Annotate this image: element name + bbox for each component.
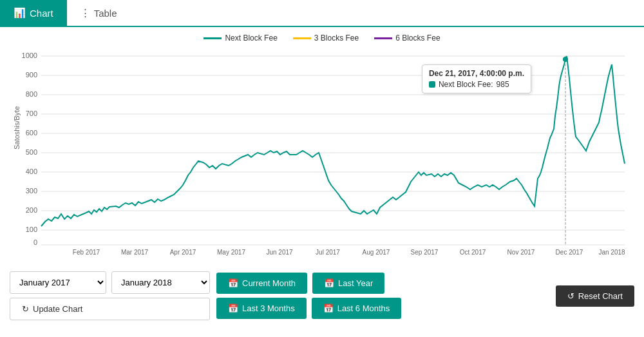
reset-icon: ↺	[567, 291, 574, 301]
quick-btns-row-2: 📅 Last 3 Months 📅 Last 6 Months	[216, 298, 401, 319]
last-3-months-label: Last 3 Months	[242, 303, 295, 313]
start-date-select[interactable]: January 2017 February 2017 March 2017 Ap…	[10, 271, 106, 294]
svg-text:Jul 2017: Jul 2017	[316, 249, 340, 256]
svg-text:200: 200	[26, 206, 37, 214]
chart-legend: Next Block Fee 3 Blocks Fee 6 Blocks Fee	[13, 34, 631, 43]
reset-controls: ↺ Reset Chart	[556, 285, 634, 307]
last-6-months-label: Last 6 Months	[337, 303, 390, 313]
svg-text:100: 100	[26, 226, 37, 233]
tab-chart-label: Chart	[30, 8, 53, 19]
legend-next-block-color	[204, 37, 222, 39]
svg-text:400: 400	[26, 168, 37, 175]
current-month-label: Current Month	[242, 278, 296, 288]
legend-6-blocks-color	[374, 37, 392, 39]
last-3-months-button[interactable]: 📅 Last 3 Months	[216, 298, 307, 319]
last-year-button[interactable]: 📅 Last Year	[312, 273, 384, 294]
svg-text:0: 0	[33, 238, 37, 246]
svg-text:May 2017: May 2017	[217, 249, 245, 256]
svg-text:300: 300	[26, 187, 37, 195]
refresh-icon: ↻	[22, 304, 29, 314]
calendar-icon-1: 📅	[228, 278, 238, 288]
reset-chart-label: Reset Chart	[578, 291, 623, 301]
tab-chart[interactable]: 📊 Chart	[0, 0, 67, 26]
svg-text:600: 600	[26, 129, 37, 137]
svg-text:Jan 2018: Jan 2018	[598, 249, 625, 256]
chart-area: Next Block Fee 3 Blocks Fee 6 Blocks Fee…	[0, 27, 644, 265]
reset-chart-button[interactable]: ↺ Reset Chart	[556, 285, 634, 307]
svg-text:800: 800	[26, 90, 37, 98]
calendar-icon-2: 📅	[324, 278, 334, 288]
quick-buttons: 📅 Current Month 📅 Last Year 📅 Last 3 Mon…	[216, 273, 401, 319]
legend-next-block-label: Next Block Fee	[225, 34, 277, 43]
chart-svg-wrap[interactable]: 1000 900 800 700 600 500 400 300 200 100…	[13, 46, 631, 262]
calendar-icon-3: 📅	[228, 303, 238, 313]
tabs-bar: 📊 Chart ⋮ Table	[0, 0, 644, 27]
svg-text:700: 700	[26, 110, 37, 117]
svg-text:Nov 2017: Nov 2017	[507, 249, 535, 256]
current-month-button[interactable]: 📅 Current Month	[216, 273, 307, 294]
chart-svg[interactable]: 1000 900 800 700 600 500 400 300 200 100…	[13, 46, 631, 259]
update-chart-button[interactable]: ↻ Update Chart	[10, 298, 210, 320]
chart-icon: 📊	[14, 7, 26, 19]
table-icon: ⋮	[80, 7, 90, 19]
svg-text:Jun 2017: Jun 2017	[266, 249, 293, 256]
svg-text:Sep 2017: Sep 2017	[411, 249, 439, 256]
last-6-months-button[interactable]: 📅 Last 6 Months	[312, 298, 402, 319]
tab-table[interactable]: ⋮ Table	[67, 0, 131, 26]
tooltip-dot	[563, 57, 568, 62]
svg-text:Feb 2017: Feb 2017	[73, 249, 100, 256]
svg-text:Satoshis/Byte: Satoshis/Byte	[13, 106, 21, 149]
date-selects-row: January 2017 February 2017 March 2017 Ap…	[10, 271, 210, 294]
end-date-select[interactable]: January 2018 December 2017 November 2017…	[111, 271, 210, 294]
update-chart-label: Update Chart	[33, 304, 82, 314]
svg-text:Aug 2017: Aug 2017	[363, 249, 390, 256]
chart-line-next-block	[41, 56, 625, 226]
svg-text:900: 900	[26, 71, 37, 79]
svg-text:Apr 2017: Apr 2017	[170, 249, 196, 256]
svg-text:1000: 1000	[22, 52, 37, 59]
legend-next-block: Next Block Fee	[204, 34, 277, 43]
svg-text:Dec 2017: Dec 2017	[556, 249, 583, 256]
last-year-label: Last Year	[338, 278, 373, 288]
controls-bar: January 2017 February 2017 March 2017 Ap…	[0, 265, 644, 325]
legend-3-blocks-label: 3 Blocks Fee	[314, 34, 359, 43]
legend-3-blocks-color	[293, 37, 311, 39]
svg-text:Mar 2017: Mar 2017	[121, 249, 149, 256]
svg-text:500: 500	[26, 148, 37, 156]
calendar-icon-4: 📅	[323, 303, 334, 313]
svg-text:Oct 2017: Oct 2017	[460, 249, 486, 256]
legend-6-blocks: 6 Blocks Fee	[374, 34, 440, 43]
date-controls: January 2017 February 2017 March 2017 Ap…	[10, 271, 210, 320]
legend-3-blocks: 3 Blocks Fee	[293, 34, 359, 43]
quick-btns-row-1: 📅 Current Month 📅 Last Year	[216, 273, 401, 294]
tab-table-label: Table	[94, 8, 117, 19]
legend-6-blocks-label: 6 Blocks Fee	[395, 34, 440, 43]
